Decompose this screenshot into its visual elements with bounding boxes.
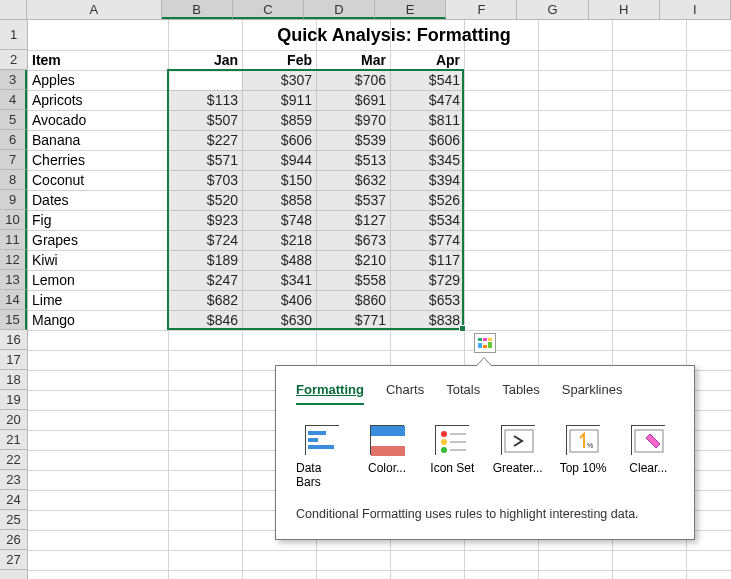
column-header-g[interactable]: G [517, 0, 588, 19]
row-header-19[interactable]: 19 [0, 390, 27, 410]
qa-tab-totals[interactable]: Totals [446, 382, 480, 405]
value-cell[interactable]: $394 [390, 170, 464, 190]
value-cell[interactable]: $127 [316, 210, 390, 230]
qa-option-top-10[interactable]: %Top 10% [557, 425, 608, 489]
value-cell[interactable]: $703 [168, 170, 242, 190]
qa-option-data-bars[interactable]: Data Bars [296, 425, 347, 489]
row-header-11[interactable]: 11 [0, 230, 27, 250]
item-cell[interactable]: Kiwi [28, 250, 168, 270]
value-cell[interactable]: $923 [168, 210, 242, 230]
value-cell[interactable]: $860 [316, 290, 390, 310]
value-cell[interactable]: $632 [316, 170, 390, 190]
row-header-23[interactable]: 23 [0, 470, 27, 490]
quick-analysis-button[interactable] [474, 333, 496, 353]
value-cell[interactable]: $691 [316, 90, 390, 110]
value-cell[interactable]: $541 [390, 70, 464, 90]
value-cell[interactable]: $210 [316, 250, 390, 270]
row-header-24[interactable]: 24 [0, 490, 27, 510]
row-header-8[interactable]: 8 [0, 170, 27, 190]
value-cell[interactable]: $307 [242, 70, 316, 90]
value-cell[interactable]: $539 [316, 130, 390, 150]
value-cell[interactable]: $944 [242, 150, 316, 170]
value-cell[interactable]: $513 [316, 150, 390, 170]
value-cell[interactable]: $630 [242, 310, 316, 330]
value-cell[interactable]: $247 [168, 270, 242, 290]
item-cell[interactable]: Lemon [28, 270, 168, 290]
column-header-c[interactable]: C [233, 0, 304, 19]
value-cell[interactable]: $606 [390, 130, 464, 150]
row-header-17[interactable]: 17 [0, 350, 27, 370]
qa-option-greater[interactable]: Greater... [492, 425, 543, 489]
value-cell[interactable]: $774 [390, 230, 464, 250]
value-cell[interactable]: $189 [168, 250, 242, 270]
value-cell[interactable]: $474 [390, 90, 464, 110]
row-header-5[interactable]: 5 [0, 110, 27, 130]
row-header-16[interactable]: 16 [0, 330, 27, 350]
value-cell[interactable]: $488 [242, 250, 316, 270]
row-header-20[interactable]: 20 [0, 410, 27, 430]
value-cell[interactable]: $911 [242, 90, 316, 110]
item-cell[interactable]: Avocado [28, 110, 168, 130]
value-cell[interactable]: $520 [168, 190, 242, 210]
value-cell[interactable]: $838 [390, 310, 464, 330]
qa-tab-formatting[interactable]: Formatting [296, 382, 364, 405]
value-cell[interactable]: $526 [390, 190, 464, 210]
column-header-b[interactable]: B [162, 0, 233, 19]
value-cell[interactable]: $507 [168, 110, 242, 130]
item-cell[interactable]: Dates [28, 190, 168, 210]
value-cell[interactable]: $341 [242, 270, 316, 290]
row-header-2[interactable]: 2 [0, 50, 27, 70]
item-cell[interactable]: Lime [28, 290, 168, 310]
row-header-4[interactable]: 4 [0, 90, 27, 110]
qa-option-icon-set[interactable]: Icon Set [427, 425, 478, 489]
row-header-6[interactable]: 6 [0, 130, 27, 150]
item-cell[interactable]: Coconut [28, 170, 168, 190]
value-cell[interactable]: $558 [316, 270, 390, 290]
qa-tab-sparklines[interactable]: Sparklines [562, 382, 623, 405]
row-header-18[interactable]: 18 [0, 370, 27, 390]
row-header-15[interactable]: 15 [0, 310, 27, 330]
row-header-1[interactable]: 1 [0, 20, 27, 50]
item-cell[interactable]: Apples [28, 70, 168, 90]
select-all-corner[interactable] [0, 0, 27, 19]
value-cell[interactable]: $227 [168, 130, 242, 150]
column-header-h[interactable]: H [589, 0, 660, 19]
value-cell[interactable]: $673 [316, 230, 390, 250]
row-header-27[interactable]: 27 [0, 550, 27, 570]
row-header-7[interactable]: 7 [0, 150, 27, 170]
value-cell[interactable]: $345 [390, 150, 464, 170]
qa-tab-charts[interactable]: Charts [386, 382, 424, 405]
value-cell[interactable]: $859 [242, 110, 316, 130]
value-cell[interactable]: $682 [168, 290, 242, 310]
value-cell[interactable]: $724 [168, 230, 242, 250]
item-cell[interactable]: Grapes [28, 230, 168, 250]
column-header-d[interactable]: D [304, 0, 375, 19]
value-cell[interactable]: $748 [242, 210, 316, 230]
value-cell[interactable]: $858 [242, 190, 316, 210]
value-cell[interactable]: $406 [242, 290, 316, 310]
value-cell[interactable]: $811 [390, 110, 464, 130]
value-cell[interactable]: $970 [316, 110, 390, 130]
row-header-3[interactable]: 3 [0, 70, 27, 90]
value-cell[interactable]: $706 [316, 70, 390, 90]
column-header-a[interactable]: A [27, 0, 162, 19]
column-header-e[interactable]: E [375, 0, 446, 19]
value-cell[interactable]: $218 [242, 230, 316, 250]
qa-option-color[interactable]: Color... [361, 425, 412, 489]
value-cell[interactable]: $571 [168, 150, 242, 170]
qa-option-clear[interactable]: Clear... [623, 425, 674, 489]
row-header-12[interactable]: 12 [0, 250, 27, 270]
qa-tab-tables[interactable]: Tables [502, 382, 540, 405]
row-header-14[interactable]: 14 [0, 290, 27, 310]
row-header-9[interactable]: 9 [0, 190, 27, 210]
column-header-i[interactable]: I [660, 0, 731, 19]
value-cell[interactable]: $771 [316, 310, 390, 330]
item-cell[interactable]: Banana [28, 130, 168, 150]
row-header-10[interactable]: 10 [0, 210, 27, 230]
item-cell[interactable]: Cherries [28, 150, 168, 170]
value-cell[interactable]: $653 [390, 290, 464, 310]
value-cell[interactable]: $117 [390, 250, 464, 270]
column-header-f[interactable]: F [446, 0, 517, 19]
value-cell[interactable]: $729 [390, 270, 464, 290]
value-cell[interactable]: $846 [168, 310, 242, 330]
